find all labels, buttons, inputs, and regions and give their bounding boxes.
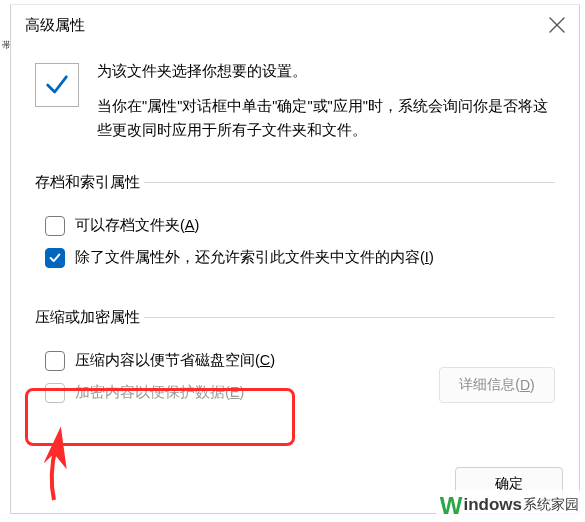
titlebar: 高级属性	[11, 5, 579, 45]
checkbox-label: 除了文件属性外，还允许索引此文件夹中文件的内容(I)	[75, 248, 434, 267]
details-button: 详细信息(D)	[439, 367, 555, 403]
archive-index-group: 存档和索引属性 可以存档文件夹(A) 除了文件属性外，还允许索引此文件夹中文件的…	[35, 173, 555, 274]
group-legend-archive: 存档和索引属性	[35, 173, 555, 192]
close-icon[interactable]	[545, 13, 569, 37]
checkbox-icon[interactable]	[45, 216, 65, 236]
group-legend-compress: 压缩或加密属性	[35, 308, 555, 327]
checkbox-label: 压缩内容以便节省磁盘空间(C)	[75, 351, 275, 370]
checkbox-icon[interactable]	[45, 248, 65, 268]
advanced-attributes-dialog: 高级属性 为该文件夹选择你想要的设置。 当你在"属性"对话框中单击"确定"或"应…	[10, 4, 580, 514]
checkbox-label: 加密内容以便保护数据(E)	[75, 383, 244, 402]
checkbox-label: 可以存档文件夹(A)	[75, 216, 199, 235]
checkbox-icon	[45, 383, 65, 403]
index-checkbox-row[interactable]: 除了文件属性外，还允许索引此文件夹中文件的内容(I)	[43, 242, 555, 274]
checkbox-icon[interactable]	[45, 351, 65, 371]
intro-section: 为该文件夹选择你想要的设置。 当你在"属性"对话框中单击"确定"或"应用"时，系…	[35, 59, 555, 143]
ok-button[interactable]: 确定	[455, 467, 563, 501]
intro-heading: 为该文件夹选择你想要的设置。	[97, 59, 555, 84]
background-fragment: 帯	[0, 0, 10, 90]
intro-body: 当你在"属性"对话框中单击"确定"或"应用"时，系统会询问你是否将这些更改同时应…	[97, 94, 555, 143]
dialog-content: 为该文件夹选择你想要的设置。 当你在"属性"对话框中单击"确定"或"应用"时，系…	[11, 45, 579, 403]
compress-encrypt-group: 压缩或加密属性 压缩内容以便节省磁盘空间(C) 加密内容以便保护数据(E) 详细…	[35, 308, 555, 403]
dialog-footer: 确定	[455, 467, 563, 501]
archive-checkbox-row[interactable]: 可以存档文件夹(A)	[43, 210, 555, 242]
intro-text: 为该文件夹选择你想要的设置。 当你在"属性"对话框中单击"确定"或"应用"时，系…	[97, 59, 555, 143]
checkmark-icon	[35, 63, 79, 107]
dialog-title: 高级属性	[25, 16, 85, 35]
